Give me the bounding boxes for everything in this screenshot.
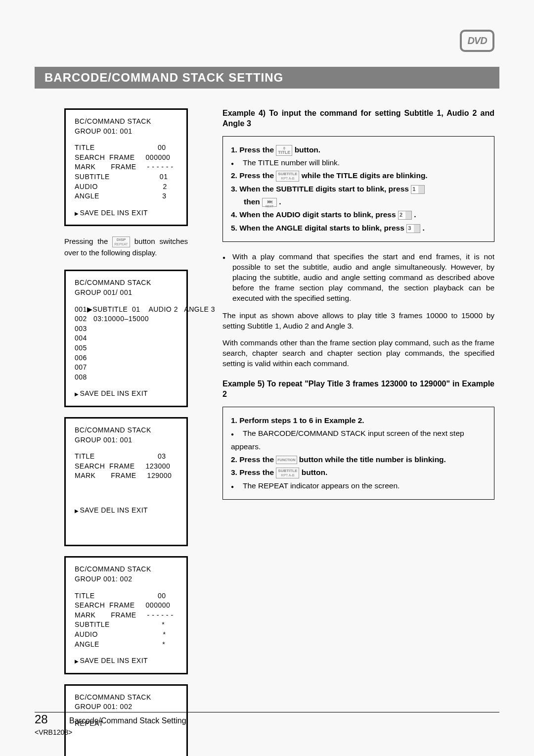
- screen2-line: 007: [75, 363, 178, 373]
- right-column: Example 4) To input the command for sett…: [222, 108, 499, 756]
- subtitle-rpt-button: SUBTITLERPT A-B: [276, 171, 299, 182]
- screen5-header: BC/COMMAND STACK GROUP 001: 002: [75, 693, 178, 712]
- screen2-line: 008: [75, 373, 178, 382]
- example4-step3: 3. When the SUBTITLE digits start to bli…: [231, 183, 486, 195]
- screen2-line: 001▶SUBTITLE 01 AUDIO 2 ANGLE 3: [75, 305, 178, 315]
- left-column: BC/COMMAND STACK GROUP 001: 001 TITLE 00…: [35, 108, 188, 756]
- key-1-button: 1: [411, 185, 425, 194]
- screen3-header: BC/COMMAND STACK GROUP 001: 001: [75, 425, 178, 445]
- dvd-logo-text: DVD: [467, 35, 487, 47]
- example4-heading: Example 4) To input the command for sett…: [222, 108, 494, 129]
- page-number: 28: [35, 712, 69, 726]
- screen4-footer: SAVE DEL INS EXIT: [75, 656, 178, 666]
- title-button: 0TITLE: [276, 145, 292, 156]
- example4-step1-note: The TITLE number will blink.: [231, 156, 486, 169]
- key-2-button: 2: [398, 211, 412, 220]
- example5-step1-note: The BARCODE/COMMAND STACK input screen o…: [231, 427, 486, 453]
- dvd-logo: DVD: [460, 30, 494, 52]
- screen3-line: MARK FRAME 129000: [75, 471, 178, 481]
- screen-box-1: BC/COMMAND STACK GROUP 001: 001 TITLE 00…: [64, 108, 188, 226]
- function-button: FUNCTION: [276, 456, 297, 464]
- example5-step3: 3. Press the SUBTITLERPT A-B button.: [231, 466, 486, 479]
- doc-reference: <VRB1208>: [35, 728, 499, 736]
- example4-step3b: then .: [231, 195, 486, 208]
- example5-heading: Example 5) To repeat "Play Title 3 frame…: [222, 379, 494, 400]
- note-1-text: With a play command that specifies the s…: [232, 252, 494, 304]
- note-1: With a play command that specifies the s…: [222, 252, 494, 304]
- key-3-button: 3: [406, 224, 420, 233]
- screen2-line: 005: [75, 343, 178, 353]
- screen4-header: BC/COMMAND STACK GROUP 001: 002: [75, 565, 178, 584]
- screen3-line: SEARCH FRAME 123000: [75, 462, 178, 472]
- screen4-line: SUBTITLE *: [75, 620, 178, 630]
- screen3-line: TITLE 03: [75, 452, 178, 462]
- screen2-line: 004: [75, 333, 178, 343]
- example5-steps: 1. Perform steps 1 to 6 in Example 2. Th…: [222, 407, 494, 500]
- example5-step1: 1. Perform steps 1 to 6 in Example 2.: [231, 414, 486, 427]
- screen4-line: ANGLE *: [75, 640, 178, 650]
- screen1-line: ANGLE 3: [75, 191, 178, 201]
- screen1-footer: SAVE DEL INS EXIT: [75, 208, 178, 218]
- disp-repeat-button: DISPREPEAT: [112, 236, 130, 247]
- example5-step2: 2. Press the FUNCTION button while the t…: [231, 453, 486, 466]
- screen2-line: 006: [75, 353, 178, 363]
- screen1-line: AUDIO 2: [75, 182, 178, 192]
- example4-step4: 4. When the AUDIO digit starts to blink,…: [231, 208, 486, 221]
- screen-box-3: BC/COMMAND STACK GROUP 001: 001 TITLE 03…: [64, 417, 188, 547]
- screen4-line: SEARCH FRAME 000000: [75, 601, 178, 611]
- screen1-line: SEARCH FRAME 000000: [75, 153, 178, 163]
- between-text: Pressing the DISPREPEAT button switches …: [64, 236, 188, 258]
- page-title-bar: BARCODE/COMMAND STACK SETTING: [35, 67, 499, 89]
- screen1-header: BC/COMMAND STACK GROUP 001: 001: [75, 117, 178, 136]
- screen1-line: MARK FRAME - - - - - -: [75, 162, 178, 172]
- screen-box-4: BC/COMMAND STACK GROUP 001: 002 TITLE 00…: [64, 556, 188, 674]
- example5-step3-note: The REPEAT indicator appears on the scre…: [231, 479, 486, 492]
- para-2: With commands other than the frame secti…: [222, 338, 494, 369]
- footer-title: Barcode/Command Stack Setting: [69, 716, 186, 726]
- example4-step2: 2. Press the SUBTITLERPT A-B while the T…: [231, 169, 486, 182]
- screen1-line: TITLE 00: [75, 143, 178, 153]
- example4-step5: 5. When the ANGLE digital starts to blin…: [231, 222, 486, 235]
- next-button: [262, 198, 277, 207]
- example4-step1: 1. Press the 0TITLE button.: [231, 143, 486, 156]
- example4-steps: 1. Press the 0TITLE button. The TITLE nu…: [222, 136, 494, 242]
- screen2-line: 003: [75, 324, 178, 334]
- between-pre: Pressing the: [64, 237, 112, 245]
- page-footer: 28 Barcode/Command Stack Setting <VRB120…: [35, 712, 499, 736]
- screen1-line: SUBTITLE 01: [75, 172, 178, 182]
- screen2-header: BC/COMMAND STACK GROUP 001/ 001: [75, 278, 178, 297]
- screen2-footer: SAVE DEL INS EXIT: [75, 389, 178, 399]
- screen2-line: 002 03:10000–15000: [75, 314, 178, 324]
- subtitle-rpt-button-2: SUBTITLERPT A-B: [276, 468, 299, 478]
- para-1: The input as shown above allows to play …: [222, 311, 494, 331]
- screen-box-2: BC/COMMAND STACK GROUP 001/ 001 001▶SUBT…: [64, 270, 188, 407]
- screen4-line: MARK FRAME - - - - - -: [75, 611, 178, 620]
- screen4-line: AUDIO *: [75, 630, 178, 640]
- screen4-line: TITLE 00: [75, 591, 178, 601]
- screen3-footer: SAVE DEL INS EXIT: [75, 506, 178, 516]
